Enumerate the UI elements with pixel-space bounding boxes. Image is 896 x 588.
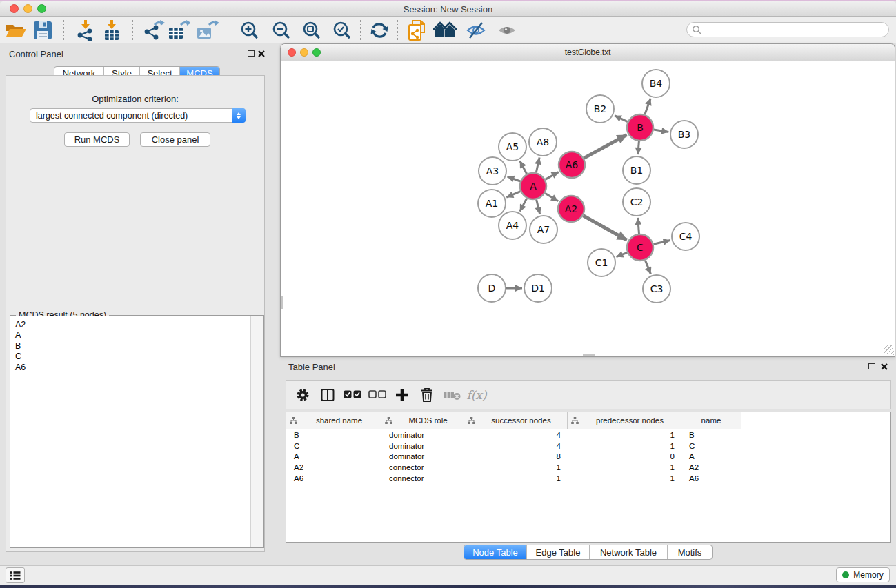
table-cell: 1: [568, 442, 681, 450]
graph-edge-A-A3[interactable]: [508, 176, 521, 181]
graph-edge-A-A7[interactable]: [537, 199, 540, 214]
result-list-item[interactable]: C: [11, 352, 250, 362]
refresh-button[interactable]: [367, 20, 392, 41]
home-button[interactable]: [433, 20, 458, 41]
graph-edge-A-A5[interactable]: [520, 161, 527, 174]
run-mcds-button[interactable]: Run MCDS: [64, 132, 130, 147]
table-cell: B: [286, 431, 381, 439]
graph-node-label: A2: [565, 203, 577, 214]
select-all-button[interactable]: [340, 384, 365, 406]
zoom-out-icon: [271, 20, 292, 41]
table-row[interactable]: A2connector11A2: [286, 462, 890, 473]
export-table-button[interactable]: [166, 20, 191, 41]
show-panels-button[interactable]: [6, 567, 25, 583]
zoom-out-button[interactable]: [269, 20, 294, 41]
show-graphics-button[interactable]: [495, 20, 519, 41]
main-toolbar: [0, 17, 896, 43]
graph-edge-C-C4[interactable]: [653, 240, 670, 244]
save-floppy-icon: [32, 20, 53, 41]
hide-graphics-button[interactable]: [464, 20, 488, 41]
graph-edge-A2-C[interactable]: [583, 216, 626, 240]
network-document-icon: [406, 19, 428, 42]
graph-edge-A-A4[interactable]: [520, 199, 527, 212]
result-scrollbar[interactable]: [250, 316, 263, 547]
graph-edge-A-A8[interactable]: [536, 157, 539, 172]
network-document-button[interactable]: [404, 20, 429, 41]
column-header-shared-name[interactable]: shared name: [286, 412, 381, 429]
export-network-icon: [142, 19, 166, 41]
graph-node-label: B: [637, 122, 644, 133]
split-panel-icon: [321, 388, 335, 402]
table-panel-title: Table Panel: [288, 362, 335, 372]
search-input[interactable]: [701, 23, 888, 36]
graph-edge-B-B3[interactable]: [654, 130, 669, 132]
network-canvas[interactable]: B4B2BB3A5A8A6A3B1AA1C2A2A4A7C4CC1C3DD1: [281, 62, 895, 356]
column-header-name[interactable]: name: [681, 412, 741, 429]
graph-edge-A-A2[interactable]: [545, 193, 558, 201]
import-network-icon: [74, 19, 97, 41]
add-column-button[interactable]: [390, 384, 415, 406]
export-network-button[interactable]: [141, 20, 166, 41]
graph-edge-B-B4[interactable]: [645, 99, 650, 115]
header-filler: [741, 412, 890, 429]
graph-edge-C-C1[interactable]: [616, 252, 627, 256]
close-panel-button[interactable]: Close panel: [140, 132, 210, 147]
control-panel-float-icon[interactable]: [248, 50, 255, 57]
table-cell: A6: [681, 474, 741, 483]
optimization-criterion-label: Optimization criterion:: [0, 94, 270, 104]
network-view-window: testGlobe.txt B4B2BB3A5A8A6A3B1AA1C2A2A4…: [280, 43, 895, 357]
tab-motifs[interactable]: Motifs: [668, 545, 712, 559]
table-panel-float-icon[interactable]: [868, 363, 875, 369]
tab-network-table[interactable]: Network Table: [590, 545, 668, 559]
table-row[interactable]: Bdominator41B: [286, 429, 890, 440]
graph-edge-A6-B[interactable]: [584, 135, 627, 159]
graph-edge-A-A6[interactable]: [545, 172, 558, 180]
import-network-button[interactable]: [73, 20, 98, 41]
open-session-button[interactable]: [3, 20, 28, 41]
main-titlebar: Session: New Session: [0, 1, 896, 17]
table-cell: A: [286, 452, 381, 460]
import-table-button[interactable]: [99, 20, 124, 41]
refresh-icon: [368, 20, 390, 41]
control-panel-close-icon[interactable]: [258, 50, 265, 57]
result-list-item[interactable]: B: [11, 341, 250, 352]
table-cell: 1: [568, 463, 681, 472]
column-header-predecessor-nodes[interactable]: predecessor nodes: [568, 412, 681, 429]
deselect-all-button[interactable]: [365, 384, 390, 406]
result-list-item[interactable]: A6: [11, 363, 250, 373]
zoom-fit-button[interactable]: [299, 20, 324, 41]
table-cell: A2: [286, 463, 381, 472]
session-title: Session: New Session: [0, 4, 896, 14]
function-builder-button[interactable]: f(x): [464, 384, 489, 406]
table-settings-button[interactable]: [290, 384, 315, 406]
table-row[interactable]: Adominator80A: [286, 451, 890, 462]
memory-button[interactable]: Memory: [836, 567, 890, 582]
table-cell: 4: [464, 431, 568, 439]
tab-edge-table[interactable]: Edge Table: [527, 545, 590, 559]
graph-edge-C-C2[interactable]: [638, 218, 639, 234]
graph-edge-B-B2[interactable]: [615, 116, 628, 122]
graph-edge-A-A1[interactable]: [506, 192, 520, 197]
delete-column-button[interactable]: [415, 384, 439, 406]
delete-table-button[interactable]: [439, 384, 464, 406]
table-cell: 1: [568, 431, 681, 439]
search-box[interactable]: [686, 22, 889, 37]
split-panel-button[interactable]: [315, 384, 340, 406]
save-session-button[interactable]: [30, 20, 55, 41]
zoom-in-button[interactable]: [237, 20, 262, 41]
zoom-selected-button[interactable]: [330, 20, 355, 41]
result-list-item[interactable]: A2: [11, 320, 250, 330]
export-image-button[interactable]: [195, 20, 219, 41]
table-panel-close-icon[interactable]: [881, 363, 888, 370]
column-header-successor-nodes[interactable]: successor nodes: [464, 412, 568, 429]
result-list-item[interactable]: A: [11, 330, 250, 341]
column-header-MCDS-role[interactable]: MCDS role: [381, 412, 464, 429]
table-cell: A6: [286, 474, 381, 483]
table-row[interactable]: A6connector11A6: [286, 473, 890, 484]
resize-grip-icon[interactable]: [884, 345, 894, 355]
graph-edge-B-B1[interactable]: [638, 141, 639, 154]
table-row[interactable]: Cdominator41C: [286, 440, 890, 452]
optimization-criterion-dropdown[interactable]: largest connected component (directed): [30, 108, 246, 123]
tab-node-table[interactable]: Node Table: [464, 545, 527, 559]
graph-edge-C-C3[interactable]: [645, 261, 650, 274]
